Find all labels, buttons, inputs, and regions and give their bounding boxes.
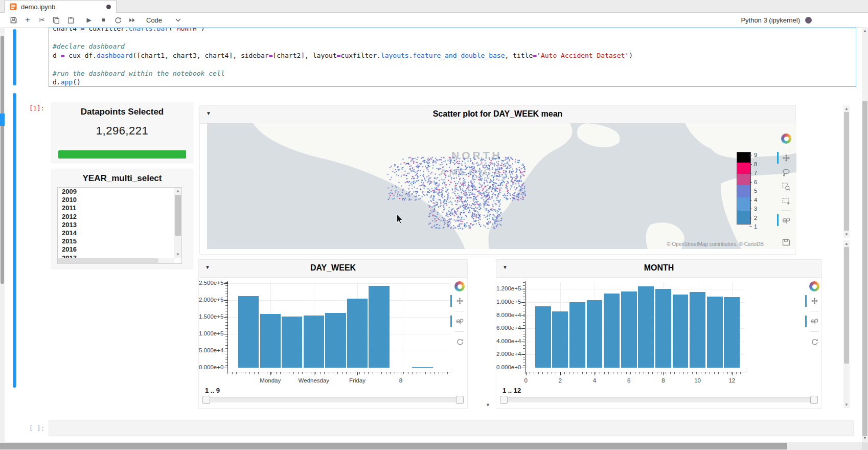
run-button[interactable]: ▶: [82, 14, 96, 26]
geo-scatter-map[interactable]: NORTH AMERICA 987654321 © OpenStreetMap …: [207, 123, 796, 249]
output-vscrollbar[interactable]: ▲ ▼: [843, 105, 850, 238]
reset-tool-icon[interactable]: [454, 336, 465, 347]
datapoints-count: 1,296,221: [51, 124, 193, 138]
bar: [587, 300, 603, 368]
active-tool-bar: [450, 295, 452, 307]
bar: [621, 291, 637, 368]
cut-cells-button[interactable]: ✂: [35, 14, 49, 26]
cell-type-dropdown[interactable]: Code: [146, 16, 181, 24]
year-multi-select-listbox[interactable]: 200920102011201220132014201520162017 ▲ ▼: [57, 187, 182, 264]
empty-code-cell[interactable]: [49, 420, 854, 436]
scrollbar-thumb[interactable]: [58, 258, 158, 263]
scrollbar-thumb[interactable]: [175, 195, 181, 236]
paste-cells-button[interactable]: [63, 14, 78, 26]
year-option[interactable]: 2009: [58, 188, 181, 196]
bar: [604, 294, 620, 368]
bokeh-logo-icon[interactable]: [454, 281, 465, 291]
scroll-down-icon[interactable]: ▼: [843, 232, 850, 237]
toolbar-divider: [810, 311, 819, 311]
scrollbar-thumb[interactable]: [844, 247, 849, 364]
unsaved-changes-dot[interactable]: [106, 5, 111, 9]
y-tick-label: 8.000e+4: [496, 312, 520, 318]
slider-handle-right[interactable]: [456, 396, 464, 404]
slider-handle-left[interactable]: [202, 396, 210, 404]
range-slider[interactable]: [500, 397, 817, 402]
save-button[interactable]: [6, 14, 20, 26]
year-option[interactable]: 2010: [58, 196, 181, 204]
range-label: 1 .. 9: [205, 387, 220, 394]
box-select-icon[interactable]: [781, 195, 792, 206]
scroll-down-icon[interactable]: ▼: [174, 252, 181, 257]
y-tick-label: 1.500e+5: [199, 313, 222, 320]
year-option[interactable]: 2016: [58, 245, 181, 254]
pan-tool-icon[interactable]: [809, 296, 820, 306]
year-option[interactable]: 2013: [58, 221, 181, 229]
year-option[interactable]: 2012: [58, 213, 181, 221]
scroll-up-icon[interactable]: ▲: [174, 189, 181, 194]
bar: [535, 306, 551, 368]
year-option[interactable]: 2014: [58, 229, 181, 237]
bar: [707, 297, 723, 368]
scroll-down-icon[interactable]: ▼: [843, 402, 850, 408]
scroll-caret-icon[interactable]: ▼: [486, 402, 490, 408]
bar: [655, 289, 671, 368]
cell-collapser[interactable]: [13, 29, 16, 85]
pan-tool-icon[interactable]: [781, 152, 792, 163]
kernel-name: Python 3 (ipykernel): [741, 16, 800, 24]
tab-demo-ipynb[interactable]: demo.ipynb: [4, 0, 117, 13]
datapoints-card-title: Datapoints Selected: [51, 102, 193, 117]
bokeh-logo-icon[interactable]: [781, 133, 791, 144]
slider-handle-right[interactable]: [810, 396, 818, 404]
code-cell-editor[interactable]: chart4 = cuxfilter.charts.bar('MONTH') #…: [49, 28, 856, 87]
scrollbar-thumb[interactable]: [862, 101, 867, 436]
window-vscrollbar[interactable]: ▲ ▼: [862, 27, 868, 442]
listbox-hscrollbar[interactable]: [58, 258, 174, 263]
stop-button[interactable]: ■: [96, 14, 110, 26]
toolbar-divider: [782, 148, 791, 148]
mouse-cursor: [396, 214, 405, 224]
scrollbar-thumb[interactable]: [844, 112, 849, 231]
scrollbar-thumb[interactable]: [0, 443, 787, 449]
range-slider[interactable]: [203, 397, 463, 402]
copy-cells-button[interactable]: [49, 14, 63, 26]
more-options-icon[interactable]: ···: [782, 242, 789, 248]
scroll-up-icon[interactable]: ▲: [843, 106, 850, 111]
lasso-select-icon[interactable]: [781, 167, 792, 177]
month-bar-chart[interactable]: 0246810121.200e+51.000e+58.000e+46.000e+…: [496, 277, 821, 408]
inspect-neighbors-icon[interactable]: [454, 316, 465, 327]
y-tick-label: 0.000e+0: [199, 364, 222, 370]
left-scroll-strip[interactable]: [0, 27, 5, 442]
day-week-panel: ▼ DAY_WEEK MondayWednesdayFriday82.500e+…: [198, 259, 468, 409]
bar: [325, 313, 346, 368]
listbox-vscrollbar[interactable]: ▲ ▼: [174, 188, 181, 258]
window-hscrollbar[interactable]: [0, 442, 862, 450]
year-option[interactable]: 2011: [58, 204, 181, 212]
pan-tool-icon[interactable]: [454, 296, 465, 306]
output-vscrollbar-2[interactable]: ▲ ▼: [843, 240, 850, 408]
kernel-indicator[interactable]: Python 3 (ipykernel): [741, 13, 812, 27]
restart-kernel-button[interactable]: [110, 14, 125, 26]
add-cell-button[interactable]: +: [20, 14, 35, 26]
bar: [260, 314, 281, 368]
scrollbar-thumb[interactable]: [1, 36, 4, 284]
bokeh-logo-icon[interactable]: [809, 281, 819, 291]
reset-tool-icon[interactable]: [809, 336, 820, 347]
scroll-up-icon[interactable]: ▲: [843, 241, 850, 246]
map-attribution[interactable]: © OpenStreetMap contributors, © CartoDB: [667, 241, 764, 247]
y-tick-label: 1.200e+5: [496, 285, 520, 291]
restart-run-all-button[interactable]: [125, 14, 139, 26]
inspect-neighbors-icon[interactable]: [781, 215, 792, 226]
inspect-neighbors-icon[interactable]: [809, 316, 820, 327]
output-collapser[interactable]: [13, 93, 16, 388]
toolbar-divider: [455, 311, 464, 311]
empty-prompt: [ ]:: [29, 424, 44, 432]
map-label-north: NORTH: [451, 149, 502, 161]
day-week-bar-chart[interactable]: MondayWednesdayFriday82.500e+52.000e+51.…: [199, 277, 467, 408]
box-zoom-icon[interactable]: [781, 181, 792, 192]
slider-handle-left[interactable]: [500, 396, 508, 404]
year-option[interactable]: 2015: [58, 237, 181, 245]
scroll-up-icon[interactable]: ▲: [862, 29, 868, 34]
x-tick-label: 12: [709, 377, 755, 384]
month-header: ▼ MONTH: [496, 260, 821, 278]
scroll-down-icon[interactable]: ▼: [862, 436, 868, 441]
